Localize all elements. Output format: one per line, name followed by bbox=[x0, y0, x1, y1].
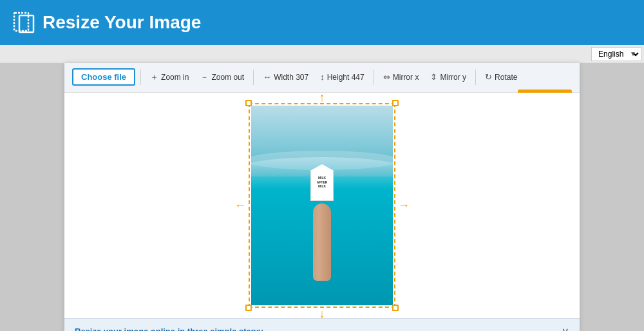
zoom-out-button[interactable]: － Zoom out bbox=[196, 70, 248, 85]
arm bbox=[313, 203, 331, 281]
divider-3 bbox=[374, 70, 374, 85]
divider-1 bbox=[140, 70, 141, 85]
milk-carton-text: MILK AFTER MILK bbox=[312, 176, 332, 189]
rotate-button[interactable]: ↻ Rotate bbox=[481, 70, 521, 84]
content-box: Choose file ＋ Zoom in － Zoom out ↔ Width… bbox=[64, 63, 580, 331]
header: Resize Your Image bbox=[0, 0, 644, 45]
language-select[interactable]: English French Spanish bbox=[591, 47, 641, 61]
divider-4 bbox=[475, 70, 476, 85]
mirror-x-button[interactable]: ⇔ Mirror x bbox=[379, 70, 423, 84]
toolbar: Choose file ＋ Zoom in － Zoom out ↔ Width… bbox=[64, 63, 580, 93]
rotate-icon: ↻ bbox=[485, 72, 492, 82]
milk-carton: MILK AFTER MILK bbox=[310, 170, 334, 201]
zoom-in-icon: ＋ bbox=[150, 71, 158, 83]
handle-top[interactable]: ↑ bbox=[319, 91, 325, 103]
width-icon: ↔ bbox=[263, 72, 271, 82]
language-bar: English French Spanish ▼ bbox=[0, 45, 644, 63]
handle-top-right[interactable] bbox=[392, 100, 399, 106]
handle-bottom-right[interactable] bbox=[392, 305, 399, 311]
main-wrapper: Choose file ＋ Zoom in － Zoom out ↔ Width… bbox=[0, 63, 644, 331]
handle-top-left[interactable] bbox=[245, 100, 252, 106]
handle-bottom[interactable]: ↓ bbox=[319, 308, 325, 319]
mirror-y-button[interactable]: ⇕ Mirror y bbox=[426, 70, 470, 84]
zoom-in-button[interactable]: ＋ Zoom in bbox=[146, 70, 193, 85]
image-container: MILK AFTER MILK ↑ bbox=[251, 106, 393, 305]
canvas-area: MILK AFTER MILK ↑ bbox=[64, 93, 580, 318]
svg-rect-1 bbox=[19, 15, 33, 32]
choose-file-button[interactable]: Choose file bbox=[72, 68, 135, 86]
resize-icon bbox=[13, 12, 35, 33]
width-button[interactable]: ↔ Width 307 bbox=[259, 70, 312, 84]
handle-left[interactable]: ← bbox=[234, 200, 246, 211]
mirror-y-icon: ⇕ bbox=[430, 72, 437, 82]
divider-2 bbox=[253, 70, 254, 85]
image-preview: MILK AFTER MILK bbox=[251, 106, 393, 305]
chevron-down-icon[interactable]: ∨ bbox=[562, 325, 569, 331]
height-button[interactable]: ↕ Height 447 bbox=[316, 70, 368, 84]
height-icon: ↕ bbox=[320, 72, 325, 82]
hand-area: MILK AFTER MILK bbox=[296, 170, 348, 299]
footer-text: Resize your image online in three simple… bbox=[75, 326, 263, 331]
handle-right[interactable]: → bbox=[398, 200, 410, 211]
handle-bottom-left[interactable] bbox=[245, 305, 252, 311]
footer-bar: Resize your image online in three simple… bbox=[64, 318, 580, 331]
mirror-x-icon: ⇔ bbox=[383, 72, 390, 82]
page-title: Resize Your Image bbox=[43, 12, 201, 33]
zoom-out-icon: － bbox=[200, 71, 209, 83]
